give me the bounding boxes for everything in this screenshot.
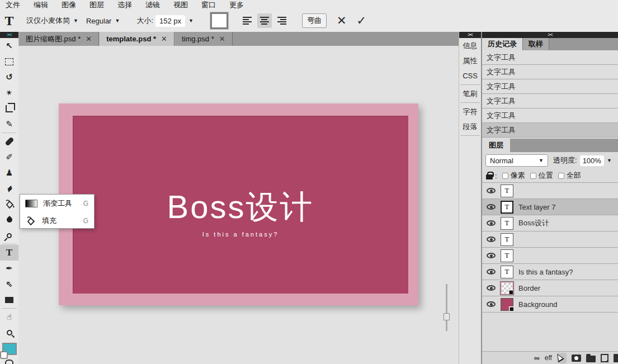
- tab-css[interactable]: CSS: [459, 68, 481, 83]
- text-layer-thumbnail[interactable]: T: [501, 266, 513, 278]
- doc-tab-thumbnail[interactable]: 图片缩略图.psd * ✕: [18, 32, 99, 46]
- visibility-eye-icon[interactable]: [487, 220, 496, 226]
- layer-row[interactable]: T Boss设计: [482, 215, 618, 231]
- menu-window[interactable]: 窗口: [201, 0, 216, 10]
- menu-view[interactable]: 视图: [173, 0, 188, 10]
- document-canvas[interactable]: Boss设计 Is this a fantasy?: [59, 103, 418, 305]
- text-layer-thumbnail[interactable]: T: [501, 201, 513, 214]
- pen-tool[interactable]: ✒: [0, 261, 18, 276]
- color-layer-thumbnail[interactable]: [501, 298, 513, 311]
- layer-row[interactable]: T: [482, 183, 618, 199]
- menu-select[interactable]: 选择: [117, 0, 132, 10]
- cancel-edit-icon[interactable]: ✕: [337, 14, 347, 27]
- align-left-button[interactable]: [240, 13, 255, 28]
- text-layer-thumbnail[interactable]: T: [501, 185, 513, 197]
- lock-all-checkbox[interactable]: [558, 173, 564, 179]
- link-layers-icon[interactable]: ∞: [534, 354, 540, 362]
- path-select-tool[interactable]: ⇖: [0, 276, 18, 292]
- chevron-down-icon[interactable]: ▼: [188, 18, 194, 23]
- flyout-item-gradient[interactable]: 渐变工具 G: [20, 195, 94, 212]
- scrollbar-handle[interactable]: [444, 313, 450, 320]
- crop-tool[interactable]: [0, 101, 18, 116]
- lock-position-checkbox[interactable]: [530, 173, 536, 179]
- visibility-eye-icon[interactable]: [487, 269, 496, 275]
- menu-filter[interactable]: 滤镜: [145, 0, 160, 10]
- eraser-tool[interactable]: ▰: [0, 181, 18, 196]
- lock-pixels-option[interactable]: 像素: [502, 171, 525, 181]
- blur-tool[interactable]: [0, 212, 18, 228]
- commit-edit-icon[interactable]: ✓: [357, 14, 367, 27]
- history-entry[interactable]: 文字工具: [482, 94, 618, 108]
- chevron-down-icon[interactable]: ▼: [607, 158, 612, 163]
- dodge-tool[interactable]: [0, 228, 18, 243]
- delete-layer-icon[interactable]: [614, 354, 618, 362]
- doc-tab-timg[interactable]: timg.psd * ✕: [174, 32, 233, 46]
- marquee-tool[interactable]: [0, 54, 18, 69]
- layer-row[interactable]: T: [482, 231, 618, 248]
- menu-image[interactable]: 图像: [62, 0, 76, 10]
- lock-pixels-checkbox[interactable]: [502, 173, 508, 179]
- type-tool[interactable]: T: [0, 245, 18, 261]
- visibility-eye-icon[interactable]: [487, 204, 496, 210]
- opacity-input[interactable]: 100%: [580, 155, 604, 166]
- history-entry-selected[interactable]: 文字工具: [482, 123, 618, 138]
- healing-tool[interactable]: [0, 134, 18, 149]
- history-entry[interactable]: 文字工具: [482, 65, 618, 79]
- text-layer-thumbnail[interactable]: T: [501, 233, 513, 246]
- tab-sampling[interactable]: 取样: [522, 38, 549, 50]
- transparent-layer-thumbnail[interactable]: [501, 282, 513, 295]
- history-entry[interactable]: 文字工具: [482, 50, 618, 65]
- workspace-scrollbar[interactable]: [446, 284, 447, 331]
- paint-bucket-tool[interactable]: [0, 196, 18, 212]
- doc-tab-template[interactable]: template.psd * ✕: [99, 32, 174, 46]
- layer-effects-button[interactable]: eff: [545, 354, 552, 362]
- flyout-item-fill[interactable]: 填充 G: [20, 212, 94, 229]
- text-layer-thumbnail[interactable]: T: [501, 217, 513, 230]
- align-center-button[interactable]: [257, 13, 272, 28]
- menu-layer[interactable]: 图层: [89, 0, 104, 10]
- close-icon[interactable]: ✕: [161, 35, 167, 43]
- close-icon[interactable]: ✕: [219, 35, 225, 43]
- tab-brush[interactable]: 笔刷: [459, 86, 481, 101]
- brush-tool[interactable]: ✐: [0, 149, 18, 165]
- layer-mask-icon[interactable]: [572, 354, 581, 362]
- history-entry[interactable]: 文字工具: [482, 79, 618, 94]
- clone-stamp-tool[interactable]: ♟: [0, 165, 18, 181]
- align-right-button[interactable]: [274, 13, 289, 28]
- blend-mode-dropdown[interactable]: Normal ▼: [485, 154, 548, 167]
- menu-edit[interactable]: 编辑: [34, 0, 48, 10]
- visibility-eye-icon[interactable]: [487, 253, 496, 258]
- text-layer-thumbnail[interactable]: T: [501, 249, 513, 262]
- tab-history[interactable]: 历史记录: [482, 38, 522, 50]
- font-family-dropdown[interactable]: 汉仪小麦体简 ▼: [26, 16, 78, 26]
- tab-paragraph[interactable]: 段落: [459, 119, 481, 134]
- font-size-input[interactable]: 152 px: [155, 15, 185, 27]
- visibility-eye-icon[interactable]: [487, 188, 496, 193]
- zoom-tool[interactable]: [0, 325, 18, 341]
- visibility-eye-icon[interactable]: [487, 237, 496, 242]
- background-color-swatch[interactable]: [0, 351, 8, 359]
- close-icon[interactable]: ✕: [86, 35, 92, 43]
- layer-row[interactable]: T: [482, 248, 618, 264]
- font-style-dropdown[interactable]: Regular ▼: [86, 17, 120, 25]
- eyedropper-tool[interactable]: ✎: [0, 116, 18, 132]
- magic-wand-tool[interactable]: ✶: [0, 85, 18, 101]
- tab-properties[interactable]: 属性: [459, 53, 481, 68]
- visibility-eye-icon[interactable]: [487, 285, 496, 291]
- hand-tool[interactable]: ☝: [0, 309, 18, 325]
- tab-info[interactable]: 信息: [459, 38, 481, 53]
- toolbar-collapse-icon[interactable]: ><: [0, 32, 18, 38]
- tab-layers[interactable]: 图层: [482, 139, 510, 152]
- menu-more[interactable]: 更多: [229, 0, 244, 10]
- layer-row[interactable]: T Is this a fantasy?: [482, 264, 618, 280]
- history-entry[interactable]: 文字工具: [482, 108, 618, 123]
- visibility-eye-icon[interactable]: [487, 301, 496, 307]
- lock-all-option[interactable]: 全部: [558, 171, 581, 181]
- panel-collapse-icon[interactable]: ><: [459, 32, 481, 38]
- new-layer-icon[interactable]: [601, 354, 608, 362]
- move-tool[interactable]: ↖: [0, 38, 18, 54]
- layer-row[interactable]: Border: [482, 280, 618, 296]
- warp-text-button[interactable]: 弯曲: [302, 13, 327, 28]
- lasso-tool[interactable]: ↺: [0, 69, 18, 85]
- layer-row-selected[interactable]: T Text layer 7: [482, 199, 618, 215]
